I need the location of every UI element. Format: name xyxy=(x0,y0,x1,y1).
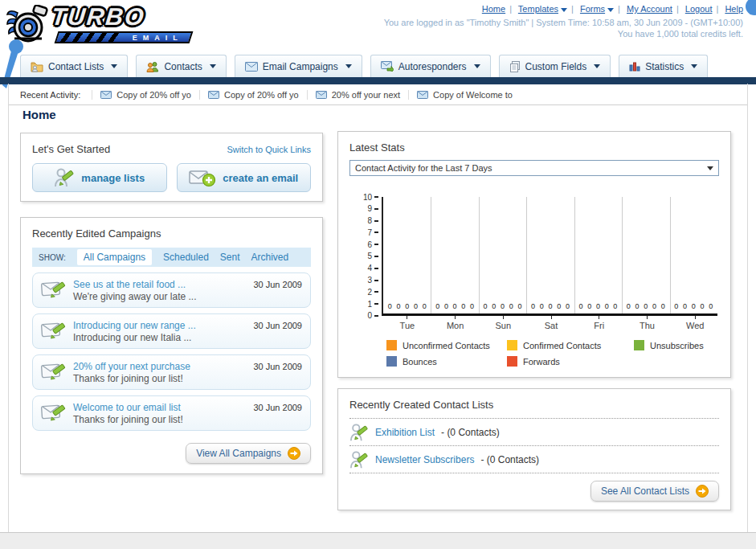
tab-contact-lists[interactable]: Contact Lists xyxy=(20,55,128,77)
envelope-icon xyxy=(100,91,112,99)
chart-value-group: 00000 xyxy=(574,302,622,310)
envelope-arrow-icon xyxy=(381,61,394,72)
person-pencil-icon xyxy=(54,167,75,188)
envelope-icon xyxy=(316,91,327,99)
chart-x-tick: Tue xyxy=(383,316,431,330)
chart-x-tick: Fri xyxy=(575,316,623,330)
chart-gridline xyxy=(574,197,575,313)
get-started-panel: Let's Get Started Switch to Quick Links … xyxy=(20,133,323,202)
chart-value-label: 0 xyxy=(540,302,544,310)
campaign-title-link[interactable]: 20% off your next purchase xyxy=(73,361,190,372)
latest-stats-title: Latest Stats xyxy=(349,141,719,154)
chevron-down-icon xyxy=(594,64,600,68)
manage-lists-button[interactable]: manage lists xyxy=(32,163,167,192)
recent-activity-item[interactable]: 20% off your next xyxy=(307,90,408,100)
contact-lists-title: Recently Created Contact Lists xyxy=(349,399,719,411)
envelope-icon xyxy=(417,91,428,99)
tab-custom-fields[interactable]: Custom Fields xyxy=(499,55,611,77)
campaign-row[interactable]: See us at the retail food ... 30 Jun 200… xyxy=(32,272,311,308)
campaign-subtitle: Introducing our new Italia ... xyxy=(73,332,302,343)
campaign-row[interactable]: 20% off your next purchase 30 Jun 2009 T… xyxy=(32,354,311,390)
tab-label: Statistics xyxy=(645,61,684,72)
chart-x-tick: Thu xyxy=(623,316,672,330)
campaign-title-link[interactable]: See us at the retail food ... xyxy=(73,279,186,290)
stats-period-select[interactable]: Contact Activity for the Last 7 Days xyxy=(349,160,719,176)
recent-activity-item[interactable]: Copy of 20% off yo xyxy=(92,90,199,100)
nav-link-my-account[interactable]: My Account xyxy=(627,4,672,14)
campaign-date: 30 Jun 2009 xyxy=(253,403,302,412)
tab-statistics[interactable]: Statistics xyxy=(619,55,708,77)
tab-label: Custom Fields xyxy=(525,61,587,72)
legend-item: Forwards xyxy=(507,356,634,367)
campaign-row[interactable]: Welcome to our email list 30 Jun 2009 Th… xyxy=(32,395,311,431)
see-all-contact-lists-label: See All Contact Lists xyxy=(601,485,689,497)
envelope-pencil-icon xyxy=(41,403,67,424)
tab-contacts[interactable]: Contacts xyxy=(136,55,226,77)
chart-value-label: 0 xyxy=(444,302,448,310)
switch-quick-links-link[interactable]: Switch to Quick Links xyxy=(227,145,311,154)
tab-autoresponders[interactable]: Autoresponders xyxy=(370,55,491,77)
chart-value-label: 0 xyxy=(652,302,656,310)
campaign-date: 30 Jun 2009 xyxy=(253,280,302,289)
orange-arrow-icon xyxy=(696,485,709,498)
chart-gridline xyxy=(479,197,480,313)
login-status-text: You are logged in as "Timothy Smith" | S… xyxy=(384,18,743,27)
nav-link-help[interactable]: Help xyxy=(725,4,743,14)
campaign-row[interactable]: Introducing our new range ... 30 Jun 200… xyxy=(32,313,311,349)
chart-value-label: 0 xyxy=(674,302,678,310)
chart-value-label: 0 xyxy=(484,302,488,310)
filter-all-campaigns[interactable]: All Campaigns xyxy=(77,249,152,265)
footer-bar xyxy=(0,532,756,549)
view-all-campaigns-button[interactable]: View All Campaigns xyxy=(186,443,311,464)
nav-link-logout[interactable]: Logout xyxy=(685,4,713,14)
envelope-plus-icon xyxy=(189,168,216,187)
orange-arrow-icon xyxy=(288,447,300,460)
filter-scheduled[interactable]: Scheduled xyxy=(163,252,209,263)
tab-label: Contacts xyxy=(164,61,202,72)
campaign-title-link[interactable]: Introducing our new range ... xyxy=(73,320,196,331)
credits-text: You have 1,000 total credits left. xyxy=(384,29,743,39)
contact-list-link[interactable]: Newsletter Subscribers xyxy=(375,454,474,465)
campaign-title-link[interactable]: Welcome to our email list xyxy=(73,402,181,413)
decorative-corner-dot xyxy=(746,0,756,15)
chart-value-group: 00000 xyxy=(431,302,478,310)
see-all-contact-lists-button[interactable]: See All Contact Lists xyxy=(590,481,719,502)
nav-link-forms[interactable]: Forms xyxy=(580,4,605,14)
contact-list-item[interactable]: Newsletter Subscribers - (0 Contacts) xyxy=(349,446,719,473)
recent-activity-item[interactable]: Copy of Welcome to xyxy=(408,90,521,100)
chart-x-tick: Wed xyxy=(671,316,719,330)
filter-sent[interactable]: Sent xyxy=(220,252,240,263)
chart-legend: Unconfirmed Contacts Confirmed Contacts … xyxy=(386,340,719,367)
campaign-date: 30 Jun 2009 xyxy=(253,321,302,330)
filter-archived[interactable]: Archived xyxy=(251,252,289,263)
legend-swatch xyxy=(386,356,397,367)
stats-period-value: Contact Activity for the Last 7 Days xyxy=(355,163,492,173)
chevron-down-icon xyxy=(111,64,117,68)
contact-list-count: - (0 Contacts) xyxy=(441,427,500,438)
nav-link-templates[interactable]: Templates xyxy=(518,4,558,14)
chevron-down-icon xyxy=(691,64,697,68)
tab-email-campaigns[interactable]: Email Campaigns xyxy=(235,55,362,77)
chart-value-label: 0 xyxy=(548,302,552,310)
campaign-filter-bar: SHOW: All Campaigns Scheduled Sent Archi… xyxy=(32,248,311,267)
manage-lists-label: manage lists xyxy=(81,172,145,184)
chart-x-axis: TueMonSunSatFriThuWed xyxy=(383,316,719,330)
chart-value-group: 00000 xyxy=(670,302,717,310)
chart-value-group: 00000 xyxy=(479,302,526,310)
latest-stats-panel: Latest Stats Contact Activity for the La… xyxy=(337,131,731,378)
chart-value-label: 0 xyxy=(492,302,496,310)
contact-list-link[interactable]: Exhibition List xyxy=(375,427,435,438)
chart-gridline xyxy=(622,197,623,313)
chart-value-label: 0 xyxy=(453,302,457,310)
chart-value-label: 0 xyxy=(396,302,400,310)
nav-link-home[interactable]: Home xyxy=(482,4,505,14)
create-email-button[interactable]: create an email xyxy=(177,163,312,192)
bar-chart-icon xyxy=(629,61,640,72)
legend-item: Confirmed Contacts xyxy=(507,340,634,350)
chart-gridline xyxy=(431,197,431,313)
recent-activity-item[interactable]: Copy of 20% off yo xyxy=(199,90,307,100)
chevron-down-icon xyxy=(607,8,614,12)
campaign-subtitle: Thanks for joining our list! xyxy=(73,373,302,384)
contact-list-item[interactable]: Exhibition List - (0 Contacts) xyxy=(349,419,719,445)
chart-value-label: 0 xyxy=(700,302,704,310)
